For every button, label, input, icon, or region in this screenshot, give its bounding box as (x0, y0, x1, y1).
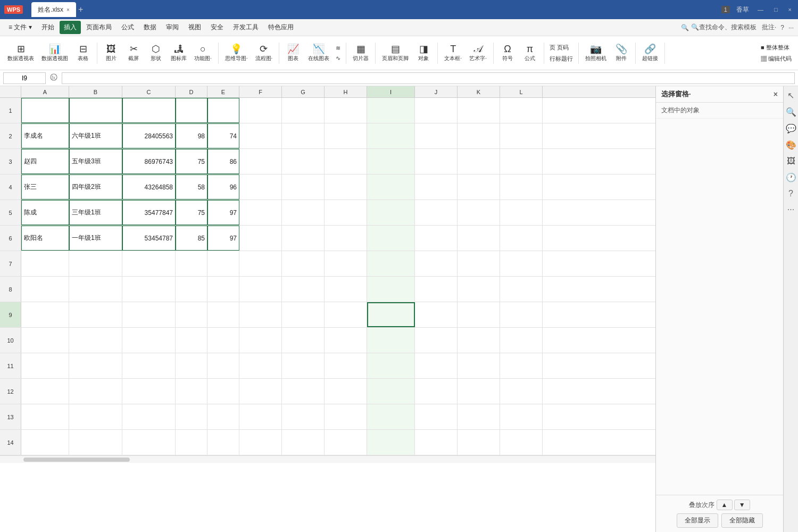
cell-F2[interactable] (239, 123, 282, 148)
cell-E8[interactable] (207, 277, 239, 302)
tb-image[interactable]: 🖼 图片 (101, 42, 122, 64)
col-header-J[interactable]: J (415, 86, 458, 97)
tb-pivot-chart[interactable]: 📊 数据透视图 (38, 42, 71, 64)
tb-mindmap[interactable]: 💡 思维导图· (222, 42, 251, 64)
edge-icon-clock[interactable]: 🕐 (786, 172, 796, 182)
tb-sparkline2[interactable]: ∿ (334, 54, 343, 63)
cell-A7[interactable] (21, 251, 69, 276)
cell-F8[interactable] (239, 277, 282, 302)
cell-C1[interactable] (122, 98, 176, 123)
cell-B4[interactable]: 四年级2班 (69, 174, 122, 200)
cell-C5[interactable]: 35477847 (122, 200, 176, 225)
cell-G10[interactable] (282, 328, 325, 353)
cell-K4[interactable] (458, 174, 500, 200)
edge-icon-cursor[interactable]: ↖ (787, 90, 794, 101)
menu-security[interactable]: 安全 (206, 21, 228, 34)
cell-I4[interactable] (367, 174, 415, 200)
cell-L10[interactable] (500, 328, 543, 353)
cell-L7[interactable] (500, 251, 543, 276)
row-header-9[interactable]: 9 (0, 302, 21, 327)
cell-C4[interactable]: 43264858 (122, 174, 176, 200)
cell-L4[interactable] (500, 174, 543, 200)
tb-rowheader[interactable]: 行标题行 (547, 54, 575, 64)
cell-L6[interactable] (500, 226, 543, 251)
row-header-3[interactable]: 3 (0, 149, 21, 174)
cell-E6[interactable]: 97 (207, 226, 239, 251)
cell-D6[interactable]: 85 (176, 226, 207, 251)
cell-C3[interactable]: 86976743 (122, 149, 176, 174)
menu-review[interactable]: 审阅 (162, 21, 183, 34)
tb-attachment[interactable]: 📎 附件 (611, 42, 632, 64)
cell-A10[interactable] (21, 328, 69, 353)
cell-D3[interactable]: 75 (176, 149, 207, 174)
cell-K10[interactable] (458, 328, 500, 353)
tb-hyperlink[interactable]: 🔗 超链接 (639, 42, 661, 64)
tb-funcpic[interactable]: ○ 功能图· (191, 42, 215, 64)
cell-F5[interactable] (239, 200, 282, 225)
tb-flowchart[interactable]: ⟳ 流程图· (252, 42, 276, 64)
tb-vba[interactable]: ▦ 编辑代码 (759, 54, 794, 64)
menu-insert[interactable]: 插入 (60, 21, 81, 34)
h-scrollbar[interactable] (0, 455, 655, 463)
cell-G6[interactable] (282, 226, 325, 251)
edge-icon-help[interactable]: ? (788, 189, 793, 198)
col-header-D[interactable]: D (176, 86, 207, 97)
maximize-button[interactable]: □ (772, 6, 780, 13)
cell-reference-input[interactable] (3, 72, 46, 84)
cell-D8[interactable] (176, 277, 207, 302)
cell-D5[interactable]: 75 (176, 200, 207, 225)
menu-view[interactable]: 视图 (184, 21, 205, 34)
menu-devtools[interactable]: 开发工具 (229, 21, 263, 34)
menu-file[interactable]: ≡ 文件 ▾ (4, 21, 36, 34)
cell-E7[interactable] (207, 251, 239, 276)
cell-I1[interactable] (367, 98, 415, 123)
row-header-11[interactable]: 11 (0, 353, 21, 378)
cell-E1[interactable] (207, 98, 239, 123)
account-number[interactable]: 1 (721, 6, 730, 13)
cell-L3[interactable] (500, 149, 543, 174)
cell-J5[interactable] (415, 200, 458, 225)
cell-J1[interactable] (415, 98, 458, 123)
btn-layer-up[interactable]: ▲ (717, 500, 733, 510)
cell-E2[interactable]: 74 (207, 123, 239, 148)
cell-C8[interactable] (122, 277, 176, 302)
tb-screenshot[interactable]: ✂ 截屏 (123, 42, 144, 64)
col-header-B[interactable]: B (69, 86, 122, 97)
cell-A6[interactable]: 欧阳名 (21, 226, 69, 251)
cell-F9[interactable] (239, 302, 282, 327)
cell-H5[interactable] (325, 200, 367, 225)
row-header-6[interactable]: 6 (0, 226, 21, 251)
cell-J2[interactable] (415, 123, 458, 148)
cell-F3[interactable] (239, 149, 282, 174)
cell-H1[interactable] (325, 98, 367, 123)
col-header-F[interactable]: F (239, 86, 282, 97)
cell-D4[interactable]: 58 (176, 174, 207, 200)
tb-iconlib[interactable]: 🏞 图标库 (168, 42, 190, 64)
row-header-8[interactable]: 8 (0, 277, 21, 302)
menu-home[interactable]: 开始 (37, 21, 59, 34)
row-header-7[interactable]: 7 (0, 251, 21, 276)
cell-J7[interactable] (415, 251, 458, 276)
file-tab[interactable]: 姓名.xlsx × (31, 2, 76, 17)
cell-I5[interactable] (367, 200, 415, 225)
menu-special[interactable]: 特色应用 (264, 21, 298, 34)
cell-J10[interactable] (415, 328, 458, 353)
cell-B2[interactable]: 六年级1班 (69, 123, 122, 148)
cell-H7[interactable] (325, 251, 367, 276)
cell-B1[interactable] (69, 98, 122, 123)
cell-B10[interactable] (69, 328, 122, 353)
formula-input[interactable] (62, 72, 795, 84)
cell-G1[interactable] (282, 98, 325, 123)
cell-D10[interactable] (176, 328, 207, 353)
cell-E10[interactable] (207, 328, 239, 353)
tb-equation[interactable]: π 公式 (519, 42, 541, 64)
cell-G5[interactable] (282, 200, 325, 225)
cell-F4[interactable] (239, 174, 282, 200)
cell-A1[interactable] (21, 98, 69, 123)
btn-layer-down[interactable]: ▼ (734, 500, 750, 510)
cell-F6[interactable] (239, 226, 282, 251)
edge-icon-search[interactable]: 🔍 (786, 107, 796, 117)
cell-J9[interactable] (415, 302, 458, 327)
col-header-I[interactable]: I (367, 86, 415, 97)
row-header-14[interactable]: 14 (0, 430, 21, 455)
